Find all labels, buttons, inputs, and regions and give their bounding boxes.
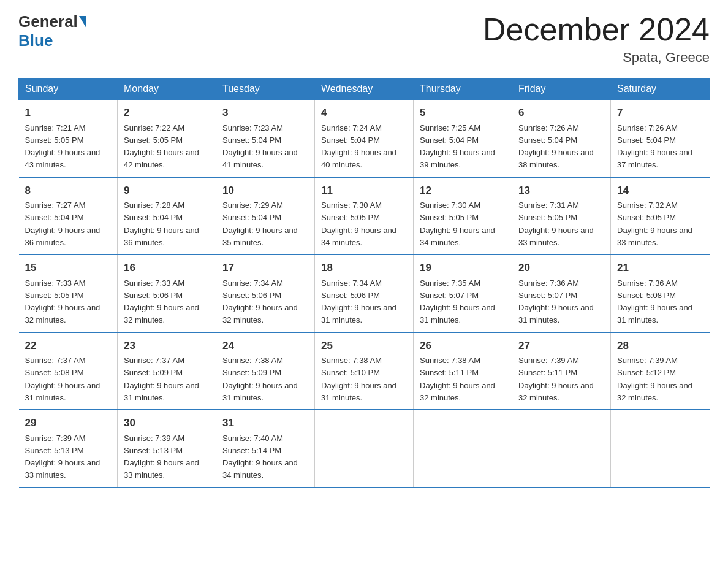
calendar-cell: 27Sunrise: 7:39 AMSunset: 5:11 PMDayligh… <box>512 332 611 410</box>
calendar-cell: 3Sunrise: 7:23 AMSunset: 5:04 PMDaylight… <box>216 100 315 177</box>
sunset-text: Sunset: 5:05 PM <box>617 213 676 222</box>
day-number: 25 <box>321 338 407 354</box>
daylight-text: Daylight: 9 hours and 33 minutes. <box>124 458 199 480</box>
sunset-text: Sunset: 5:12 PM <box>617 368 676 377</box>
daylight-text: Daylight: 9 hours and 37 minutes. <box>617 148 692 169</box>
sunrise-text: Sunrise: 7:33 AM <box>124 278 184 288</box>
calendar-cell: 19Sunrise: 7:35 AMSunset: 5:07 PMDayligh… <box>414 255 512 332</box>
sunset-text: Sunset: 5:05 PM <box>124 136 183 145</box>
day-number: 11 <box>321 183 407 199</box>
sunrise-text: Sunrise: 7:27 AM <box>25 201 86 210</box>
calendar-cell: 12Sunrise: 7:30 AMSunset: 5:05 PMDayligh… <box>414 177 512 255</box>
sunrise-text: Sunrise: 7:22 AM <box>124 123 184 132</box>
sunrise-text: Sunrise: 7:33 AM <box>25 278 86 288</box>
calendar-week-row: 8Sunrise: 7:27 AMSunset: 5:04 PMDaylight… <box>19 177 710 255</box>
calendar-cell <box>512 410 611 488</box>
daylight-text: Daylight: 9 hours and 33 minutes. <box>25 458 100 480</box>
sunset-text: Sunset: 5:05 PM <box>25 136 84 145</box>
sunset-text: Sunset: 5:06 PM <box>222 291 281 300</box>
sunset-text: Sunset: 5:11 PM <box>518 368 577 377</box>
sunset-text: Sunset: 5:04 PM <box>222 136 281 145</box>
daylight-text: Daylight: 9 hours and 32 minutes. <box>617 381 692 402</box>
logo-triangle-icon <box>79 16 86 28</box>
sunrise-text: Sunrise: 7:28 AM <box>124 201 184 210</box>
sunset-text: Sunset: 5:05 PM <box>321 213 380 222</box>
daylight-text: Daylight: 9 hours and 31 minutes. <box>124 381 199 402</box>
sunset-text: Sunset: 5:04 PM <box>25 213 84 222</box>
calendar-cell: 6Sunrise: 7:26 AMSunset: 5:04 PMDaylight… <box>512 100 611 177</box>
day-number: 20 <box>518 260 604 276</box>
sunrise-text: Sunrise: 7:36 AM <box>617 278 678 288</box>
sunrise-text: Sunrise: 7:30 AM <box>321 201 382 210</box>
sunset-text: Sunset: 5:14 PM <box>222 446 281 455</box>
sunrise-text: Sunrise: 7:26 AM <box>518 123 579 132</box>
weekday-header-sunday: Sunday <box>19 79 118 100</box>
daylight-text: Daylight: 9 hours and 34 minutes. <box>420 226 495 247</box>
sunset-text: Sunset: 5:06 PM <box>321 291 380 300</box>
day-number: 1 <box>25 105 112 121</box>
calendar-cell: 13Sunrise: 7:31 AMSunset: 5:05 PMDayligh… <box>512 177 611 255</box>
daylight-text: Daylight: 9 hours and 32 minutes. <box>420 381 495 402</box>
calendar-cell <box>414 410 512 488</box>
calendar-cell: 5Sunrise: 7:25 AMSunset: 5:04 PMDaylight… <box>414 100 512 177</box>
calendar-cell: 2Sunrise: 7:22 AMSunset: 5:05 PMDaylight… <box>118 100 216 177</box>
sunset-text: Sunset: 5:05 PM <box>518 213 577 222</box>
calendar-cell: 11Sunrise: 7:30 AMSunset: 5:05 PMDayligh… <box>315 177 414 255</box>
calendar-week-row: 29Sunrise: 7:39 AMSunset: 5:13 PMDayligh… <box>19 410 710 488</box>
calendar-header: SundayMondayTuesdayWednesdayThursdayFrid… <box>19 79 710 100</box>
calendar-cell: 18Sunrise: 7:34 AMSunset: 5:06 PMDayligh… <box>315 255 414 332</box>
daylight-text: Daylight: 9 hours and 43 minutes. <box>25 148 100 169</box>
day-number: 14 <box>617 183 703 199</box>
sunrise-text: Sunrise: 7:35 AM <box>420 278 480 288</box>
calendar-cell: 24Sunrise: 7:38 AMSunset: 5:09 PMDayligh… <box>216 332 315 410</box>
location-text: Spata, Greece <box>483 50 710 66</box>
weekday-header-wednesday: Wednesday <box>315 79 414 100</box>
daylight-text: Daylight: 9 hours and 31 minutes. <box>518 303 594 324</box>
day-number: 9 <box>124 183 210 199</box>
day-number: 23 <box>124 338 210 354</box>
sunset-text: Sunset: 5:07 PM <box>420 291 479 300</box>
sunset-text: Sunset: 5:05 PM <box>420 213 479 222</box>
day-number: 5 <box>420 105 506 121</box>
sunrise-text: Sunrise: 7:29 AM <box>222 201 283 210</box>
daylight-text: Daylight: 9 hours and 38 minutes. <box>518 148 594 169</box>
calendar-cell: 4Sunrise: 7:24 AMSunset: 5:04 PMDaylight… <box>315 100 414 177</box>
daylight-text: Daylight: 9 hours and 32 minutes. <box>222 303 298 324</box>
daylight-text: Daylight: 9 hours and 42 minutes. <box>124 148 199 169</box>
daylight-text: Daylight: 9 hours and 31 minutes. <box>617 303 692 324</box>
sunset-text: Sunset: 5:13 PM <box>124 446 183 455</box>
daylight-text: Daylight: 9 hours and 41 minutes. <box>222 148 298 169</box>
day-number: 19 <box>420 260 506 276</box>
sunset-text: Sunset: 5:11 PM <box>420 368 479 377</box>
sunrise-text: Sunrise: 7:39 AM <box>124 434 184 443</box>
daylight-text: Daylight: 9 hours and 36 minutes. <box>25 226 100 247</box>
sunset-text: Sunset: 5:04 PM <box>222 213 281 222</box>
daylight-text: Daylight: 9 hours and 36 minutes. <box>124 226 199 247</box>
calendar-cell: 20Sunrise: 7:36 AMSunset: 5:07 PMDayligh… <box>512 255 611 332</box>
sunrise-text: Sunrise: 7:23 AM <box>222 123 283 132</box>
page-header: General Blue December 2024 Spata, Greece <box>18 12 710 66</box>
sunrise-text: Sunrise: 7:34 AM <box>222 278 283 288</box>
sunset-text: Sunset: 5:04 PM <box>124 213 183 222</box>
day-number: 22 <box>25 338 112 354</box>
sunset-text: Sunset: 5:04 PM <box>420 136 479 145</box>
calendar-cell: 9Sunrise: 7:28 AMSunset: 5:04 PMDaylight… <box>118 177 216 255</box>
daylight-text: Daylight: 9 hours and 33 minutes. <box>617 226 692 247</box>
daylight-text: Daylight: 9 hours and 31 minutes. <box>222 381 298 402</box>
daylight-text: Daylight: 9 hours and 31 minutes. <box>420 303 495 324</box>
day-number: 13 <box>518 183 604 199</box>
day-number: 26 <box>420 338 506 354</box>
calendar-cell: 8Sunrise: 7:27 AMSunset: 5:04 PMDaylight… <box>19 177 118 255</box>
calendar-cell: 29Sunrise: 7:39 AMSunset: 5:13 PMDayligh… <box>19 410 118 488</box>
daylight-text: Daylight: 9 hours and 32 minutes. <box>25 303 100 324</box>
calendar-cell: 17Sunrise: 7:34 AMSunset: 5:06 PMDayligh… <box>216 255 315 332</box>
logo-blue-text: Blue <box>18 31 53 50</box>
sunrise-text: Sunrise: 7:37 AM <box>25 356 86 365</box>
daylight-text: Daylight: 9 hours and 32 minutes. <box>124 303 199 324</box>
sunrise-text: Sunrise: 7:39 AM <box>518 356 579 365</box>
calendar-week-row: 22Sunrise: 7:37 AMSunset: 5:08 PMDayligh… <box>19 332 710 410</box>
day-number: 8 <box>25 183 112 199</box>
calendar-cell: 15Sunrise: 7:33 AMSunset: 5:05 PMDayligh… <box>19 255 118 332</box>
logo-general-text: General <box>18 12 78 31</box>
sunrise-text: Sunrise: 7:32 AM <box>617 201 678 210</box>
